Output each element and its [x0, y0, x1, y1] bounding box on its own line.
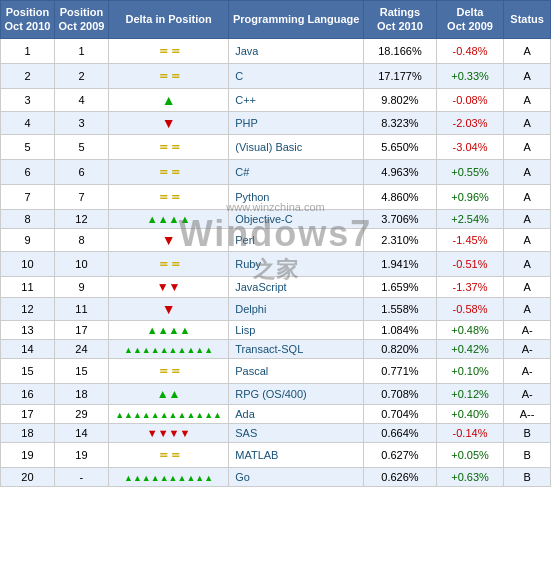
cell-pos2010: 18: [1, 423, 55, 442]
cell-language: PHP: [229, 111, 364, 134]
header-lang: Programming Language: [229, 1, 364, 39]
cell-delta: ＝＝: [108, 184, 228, 209]
cell-rating: 1.659%: [364, 276, 437, 297]
table-row: 7 7 ＝＝ Python 4.860% +0.96% A: [1, 184, 551, 209]
cell-pos2009: 6: [54, 159, 108, 184]
cell-pos2010: 4: [1, 111, 55, 134]
cell-language: Perl: [229, 228, 364, 251]
cell-pos2009: 11: [54, 297, 108, 320]
table-row: 12 11 ▼ Delphi 1.558% -0.58% A: [1, 297, 551, 320]
cell-language: JavaScript: [229, 276, 364, 297]
cell-status: A: [504, 297, 551, 320]
cell-delta-rating: +0.05%: [436, 442, 503, 467]
cell-pos2009: 17: [54, 320, 108, 339]
cell-delta-rating: -0.14%: [436, 423, 503, 442]
main-table-wrapper: www.winzchina.com Windows7 之家 PositionOc…: [0, 0, 551, 487]
header-delta-pos: Delta in Position: [108, 1, 228, 39]
programming-language-table: PositionOct 2010 PositionOct 2009 Delta …: [0, 0, 551, 487]
cell-delta: ▼: [108, 228, 228, 251]
cell-language: MATLAB: [229, 442, 364, 467]
cell-status: A: [504, 184, 551, 209]
cell-pos2009: 8: [54, 228, 108, 251]
table-row: 11 9 ▼▼ JavaScript 1.659% -1.37% A: [1, 276, 551, 297]
cell-pos2010: 9: [1, 228, 55, 251]
cell-delta: ▲▲▲▲: [108, 209, 228, 228]
cell-rating: 0.771%: [364, 358, 437, 383]
cell-status: A-: [504, 339, 551, 358]
cell-status: A--: [504, 404, 551, 423]
cell-delta-rating: -1.45%: [436, 228, 503, 251]
header-pos2009: PositionOct 2009: [54, 1, 108, 39]
cell-delta: ▼▼: [108, 276, 228, 297]
cell-rating: 2.310%: [364, 228, 437, 251]
table-row: 10 10 ＝＝ Ruby 1.941% -0.51% A: [1, 251, 551, 276]
cell-rating: 0.664%: [364, 423, 437, 442]
cell-rating: 9.802%: [364, 88, 437, 111]
cell-delta-rating: +0.40%: [436, 404, 503, 423]
cell-status: A-: [504, 383, 551, 404]
cell-rating: 3.706%: [364, 209, 437, 228]
cell-pos2010: 19: [1, 442, 55, 467]
cell-delta: ＝＝: [108, 442, 228, 467]
header-delta-rating: DeltaOct 2009: [436, 1, 503, 39]
cell-pos2010: 20: [1, 467, 55, 486]
cell-pos2009: 24: [54, 339, 108, 358]
cell-delta: ▲: [108, 88, 228, 111]
table-row: 16 18 ▲▲ RPG (OS/400) 0.708% +0.12% A-: [1, 383, 551, 404]
cell-status: A: [504, 134, 551, 159]
cell-delta-rating: +0.12%: [436, 383, 503, 404]
cell-pos2009: 14: [54, 423, 108, 442]
table-row: 15 15 ＝＝ Pascal 0.771% +0.10% A-: [1, 358, 551, 383]
table-row: 4 3 ▼ PHP 8.323% -2.03% A: [1, 111, 551, 134]
cell-status: B: [504, 423, 551, 442]
cell-status: A-: [504, 320, 551, 339]
cell-delta: ＝＝: [108, 38, 228, 63]
cell-status: A: [504, 88, 551, 111]
cell-delta: ＝＝: [108, 358, 228, 383]
cell-pos2009: 15: [54, 358, 108, 383]
cell-language: Python: [229, 184, 364, 209]
cell-delta-rating: -0.51%: [436, 251, 503, 276]
cell-status: A: [504, 159, 551, 184]
table-row: 20 - ▲▲▲▲▲▲▲▲▲▲ Go 0.626% +0.63% B: [1, 467, 551, 486]
cell-status: B: [504, 467, 551, 486]
cell-pos2009: 19: [54, 442, 108, 467]
table-row: 19 19 ＝＝ MATLAB 0.627% +0.05% B: [1, 442, 551, 467]
cell-status: A-: [504, 358, 551, 383]
cell-rating: 0.627%: [364, 442, 437, 467]
cell-delta: ＝＝: [108, 134, 228, 159]
cell-pos2010: 6: [1, 159, 55, 184]
cell-delta-rating: -0.08%: [436, 88, 503, 111]
cell-language: SAS: [229, 423, 364, 442]
cell-delta: ▲▲▲▲▲▲▲▲▲▲: [108, 339, 228, 358]
table-row: 9 8 ▼ Perl 2.310% -1.45% A: [1, 228, 551, 251]
cell-pos2009: 29: [54, 404, 108, 423]
cell-rating: 1.084%: [364, 320, 437, 339]
cell-language: Pascal: [229, 358, 364, 383]
table-row: 2 2 ＝＝ C 17.177% +0.33% A: [1, 63, 551, 88]
cell-rating: 0.820%: [364, 339, 437, 358]
cell-delta: ▼: [108, 111, 228, 134]
cell-delta-rating: +0.96%: [436, 184, 503, 209]
cell-status: A: [504, 63, 551, 88]
cell-language: Ada: [229, 404, 364, 423]
cell-pos2009: 3: [54, 111, 108, 134]
cell-language: Go: [229, 467, 364, 486]
cell-delta-rating: -2.03%: [436, 111, 503, 134]
cell-delta-rating: +0.48%: [436, 320, 503, 339]
header-pos2010: PositionOct 2010: [1, 1, 55, 39]
table-row: 18 14 ▼▼▼▼ SAS 0.664% -0.14% B: [1, 423, 551, 442]
cell-delta: ▲▲▲▲: [108, 320, 228, 339]
cell-pos2010: 5: [1, 134, 55, 159]
cell-pos2009: 1: [54, 38, 108, 63]
cell-language: Ruby: [229, 251, 364, 276]
cell-language: Delphi: [229, 297, 364, 320]
cell-rating: 0.704%: [364, 404, 437, 423]
cell-delta-rating: +0.55%: [436, 159, 503, 184]
cell-language: Objective-C: [229, 209, 364, 228]
cell-rating: 4.963%: [364, 159, 437, 184]
cell-language: RPG (OS/400): [229, 383, 364, 404]
cell-delta: ▲▲: [108, 383, 228, 404]
cell-delta: ＝＝: [108, 251, 228, 276]
cell-status: A: [504, 38, 551, 63]
